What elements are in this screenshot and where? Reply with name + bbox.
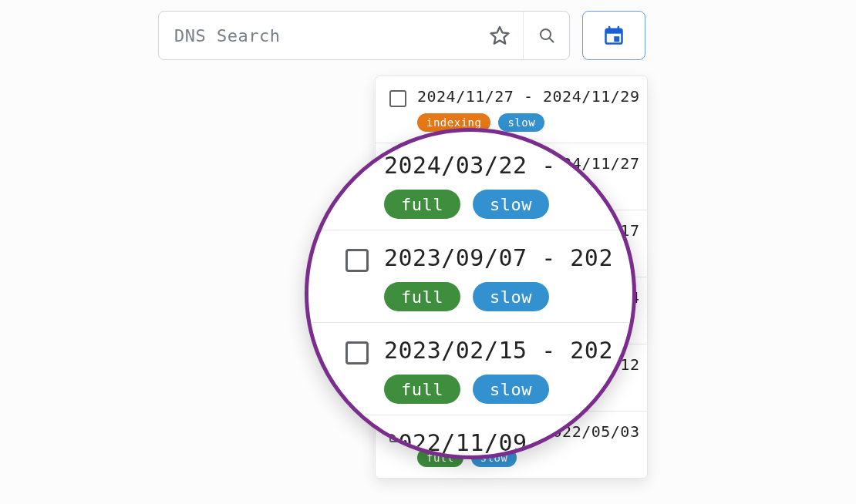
search-input[interactable] <box>159 12 477 59</box>
calendar-icon <box>603 25 625 46</box>
zoom-row: 2023/02/15 - 202 full slow <box>308 322 632 415</box>
status-badge: slow <box>473 282 549 311</box>
status-badge: full <box>384 282 460 311</box>
status-badge: slow <box>473 190 549 219</box>
svg-rect-5 <box>614 36 619 42</box>
status-badge: slow <box>473 375 549 404</box>
svg-marker-0 <box>491 27 509 44</box>
search-icon <box>538 26 556 45</box>
star-icon <box>489 25 511 46</box>
row-checkbox[interactable] <box>389 90 406 107</box>
row-checkbox[interactable] <box>345 249 369 272</box>
date-range-label: 2023/02/15 - 202 <box>384 337 609 364</box>
status-badge: slow <box>498 113 544 132</box>
search-bar <box>158 11 570 60</box>
date-range-label: 2024/03/22 - <box>384 152 556 179</box>
row-checkbox[interactable] <box>345 341 369 365</box>
favorite-button[interactable] <box>477 12 523 59</box>
zoom-row: 2023/09/07 - 202 full slow <box>308 230 632 322</box>
date-range-label: 2023/09/07 - 202 <box>384 244 609 271</box>
svg-line-2 <box>549 38 553 42</box>
status-badge: full <box>384 375 460 404</box>
magnifier-lens: 2024/03/22 - full slow 2023/09/07 - 202 … <box>305 128 636 459</box>
date-range-label: 2024/11/27 - 2024/11/29 <box>417 87 633 106</box>
date-range-button[interactable] <box>582 11 645 60</box>
status-badge: full <box>384 190 460 219</box>
svg-rect-4 <box>606 29 622 34</box>
search-button[interactable] <box>523 12 569 59</box>
